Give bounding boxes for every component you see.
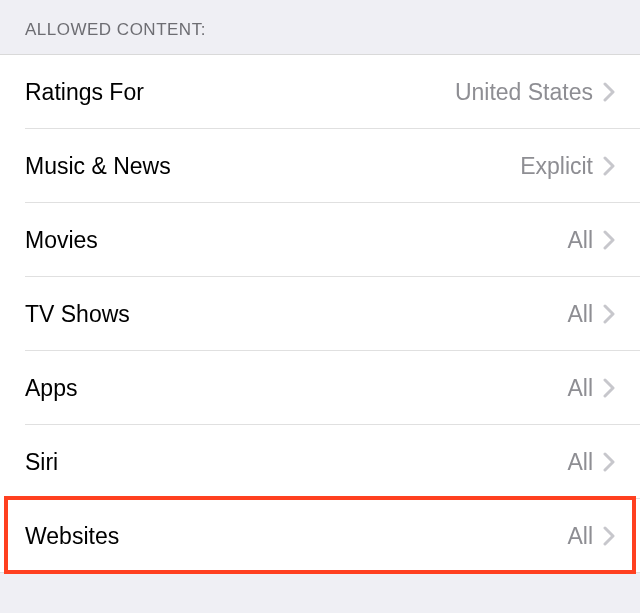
- row-music-news[interactable]: Music & NewsExplicit: [0, 129, 640, 203]
- row-right: All: [567, 301, 615, 328]
- chevron-right-icon: [603, 156, 615, 176]
- row-value: All: [567, 301, 593, 328]
- row-label: Websites: [25, 523, 119, 550]
- row-websites[interactable]: WebsitesAll: [0, 499, 640, 573]
- row-right: Explicit: [520, 153, 615, 180]
- row-value: All: [567, 375, 593, 402]
- chevron-right-icon: [603, 230, 615, 250]
- row-label: TV Shows: [25, 301, 130, 328]
- row-right: All: [567, 227, 615, 254]
- row-right: All: [567, 375, 615, 402]
- chevron-right-icon: [603, 526, 615, 546]
- row-movies[interactable]: MoviesAll: [0, 203, 640, 277]
- chevron-right-icon: [603, 452, 615, 472]
- row-value: Explicit: [520, 153, 593, 180]
- row-label: Ratings For: [25, 79, 144, 106]
- row-apps[interactable]: AppsAll: [0, 351, 640, 425]
- row-label: Movies: [25, 227, 98, 254]
- chevron-right-icon: [603, 82, 615, 102]
- settings-list: Ratings ForUnited StatesMusic & NewsExpl…: [0, 54, 640, 573]
- row-value: United States: [455, 79, 593, 106]
- row-right: United States: [455, 79, 615, 106]
- chevron-right-icon: [603, 304, 615, 324]
- row-label: Music & News: [25, 153, 171, 180]
- row-value: All: [567, 449, 593, 476]
- row-label: Apps: [25, 375, 77, 402]
- chevron-right-icon: [603, 378, 615, 398]
- row-right: All: [567, 523, 615, 550]
- row-ratings-for[interactable]: Ratings ForUnited States: [0, 55, 640, 129]
- row-label: Siri: [25, 449, 58, 476]
- row-value: All: [567, 523, 593, 550]
- row-tv-shows[interactable]: TV ShowsAll: [0, 277, 640, 351]
- section-header: Allowed Content:: [0, 0, 640, 54]
- row-right: All: [567, 449, 615, 476]
- row-siri[interactable]: SiriAll: [0, 425, 640, 499]
- row-value: All: [567, 227, 593, 254]
